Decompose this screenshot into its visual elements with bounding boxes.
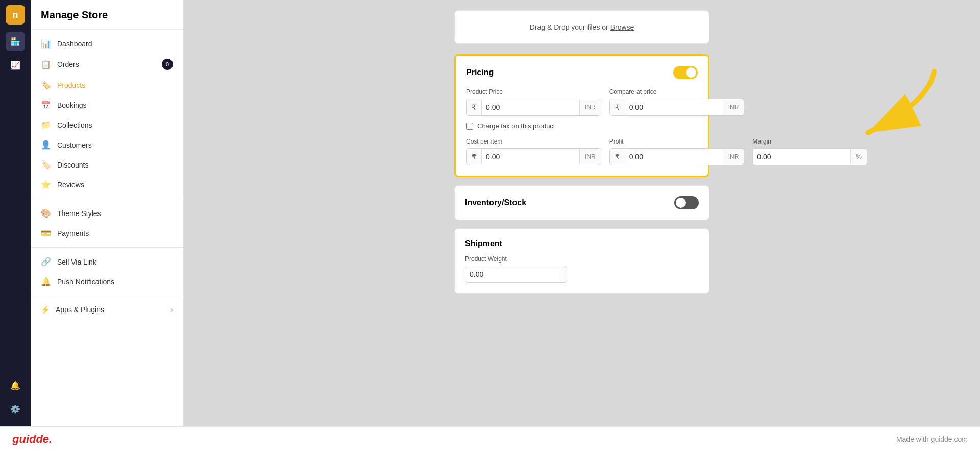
margin-field: Margin % xyxy=(752,138,867,165)
sidebar-item-label: Sell Via Link xyxy=(57,258,96,266)
tax-label: Charge tax on this product xyxy=(477,122,555,130)
icon-bar: n 🏪 📈 🔔 ⚙️ xyxy=(0,0,31,426)
sidebar-divider xyxy=(31,199,183,199)
shipment-header: Shipment xyxy=(465,239,699,248)
sidebar-item-apps[interactable]: ⚡ Apps & Plugins › xyxy=(31,300,183,319)
sidebar-item-payments[interactable]: 💳 Payments xyxy=(31,223,183,243)
sidebar-item-discounts[interactable]: 🏷️ Discounts xyxy=(31,155,183,175)
cost-row: Cost per item ₹ INR Profit ₹ INR xyxy=(466,138,698,165)
profit-input-wrapper: ₹ INR xyxy=(609,148,745,165)
inventory-card: Inventory/Stock xyxy=(454,185,709,220)
profit-input[interactable] xyxy=(625,149,723,165)
drag-drop-text: Drag & Drop your files or xyxy=(530,23,608,31)
main-content: Drag & Drop your files or Browse Pricing… xyxy=(184,0,980,426)
sidebar-item-dashboard[interactable]: 📊 Dashboard xyxy=(31,34,183,54)
cost-per-item-input-wrapper: ₹ INR xyxy=(466,148,601,165)
collections-icon: 📁 xyxy=(41,120,51,130)
cost-prefix: ₹ xyxy=(467,149,482,165)
gear-icon[interactable]: ⚙️ xyxy=(6,399,25,418)
margin-input-wrapper: % xyxy=(752,148,867,165)
compare-price-label: Compare-at price xyxy=(609,88,745,96)
pricing-title: Pricing xyxy=(466,68,494,77)
inventory-toggle[interactable] xyxy=(674,196,699,209)
sidebar-item-label: Theme Styles xyxy=(57,209,101,218)
tax-checkbox[interactable] xyxy=(466,123,473,130)
sidebar-divider-3 xyxy=(31,296,183,296)
weight-label: Product Weight xyxy=(465,255,699,263)
pricing-header: Pricing xyxy=(466,66,698,79)
sidebar-item-orders[interactable]: 📋 Orders 0 xyxy=(31,54,183,75)
shipment-card: Shipment Product Weight KG xyxy=(454,228,709,294)
footer-logo: guidde. xyxy=(12,433,52,446)
price-row-main: Product Price ₹ INR Compare-at price ₹ I… xyxy=(466,88,698,116)
sidebar-item-customers[interactable]: 👤 Customers xyxy=(31,135,183,155)
apps-icon: ⚡ xyxy=(41,305,50,314)
weight-suffix: KG xyxy=(563,267,567,282)
sidebar-item-push-notifications[interactable]: 🔔 Push Notifications xyxy=(31,272,183,292)
discounts-icon: 🏷️ xyxy=(41,160,51,170)
notification-icon: 🔔 xyxy=(41,277,51,287)
sidebar-item-label: Bookings xyxy=(57,101,87,109)
sidebar-item-label: Push Notifications xyxy=(57,278,114,286)
compare-price-suffix: INR xyxy=(723,100,744,115)
chevron-right-icon: › xyxy=(170,305,173,314)
sidebar-item-label: Reviews xyxy=(57,181,84,189)
sidebar-divider-2 xyxy=(31,247,183,248)
sidebar-item-label: Payments xyxy=(57,229,89,238)
app-logo[interactable]: n xyxy=(6,5,25,25)
sidebar-item-sell-via-link[interactable]: 🔗 Sell Via Link xyxy=(31,252,183,272)
compare-price-field: Compare-at price ₹ INR xyxy=(609,88,745,116)
pricing-card: Pricing Product Price ₹ INR Compare-at p… xyxy=(454,54,709,177)
icon-bar-chart[interactable]: 📈 xyxy=(6,55,25,75)
bell-icon[interactable]: 🔔 xyxy=(6,375,25,395)
sidebar-item-collections[interactable]: 📁 Collections xyxy=(31,115,183,135)
cost-suffix: INR xyxy=(579,149,601,164)
product-price-suffix: INR xyxy=(579,100,601,115)
drag-drop-area: Drag & Drop your files or Browse xyxy=(454,10,709,44)
cost-per-item-input[interactable] xyxy=(482,149,579,165)
sidebar-item-theme-styles[interactable]: 🎨 Theme Styles xyxy=(31,203,183,223)
products-icon: 🏷️ xyxy=(41,80,51,90)
sidebar-item-label: Orders xyxy=(57,60,79,68)
product-price-input[interactable] xyxy=(482,99,579,115)
customers-icon: 👤 xyxy=(41,140,51,150)
shipment-title: Shipment xyxy=(465,239,502,248)
weight-input-wrapper: KG xyxy=(465,266,567,283)
sidebar-item-label: Collections xyxy=(57,121,92,129)
sidebar-item-label: Products xyxy=(57,81,85,89)
footer: guidde. Made with guidde.com xyxy=(0,426,980,451)
dashboard-icon: 📊 xyxy=(41,39,51,49)
footer-tagline: Made with guidde.com xyxy=(896,435,968,443)
sidebar-nav: 📊 Dashboard 📋 Orders 0 🏷️ Products 📅 Boo… xyxy=(31,30,183,426)
sidebar-item-products[interactable]: 🏷️ Products xyxy=(31,75,183,95)
margin-label: Margin xyxy=(752,138,867,145)
profit-field: Profit ₹ INR xyxy=(609,138,745,165)
sidebar-item-bookings[interactable]: 📅 Bookings xyxy=(31,95,183,115)
orders-icon: 📋 xyxy=(41,60,51,69)
bookings-icon: 📅 xyxy=(41,100,51,110)
apps-label: Apps & Plugins xyxy=(56,305,104,314)
weight-input[interactable] xyxy=(465,266,563,282)
sidebar-item-label: Customers xyxy=(57,141,92,149)
sidebar-item-reviews[interactable]: ⭐ Reviews xyxy=(31,175,183,195)
icon-bar-store[interactable]: 🏪 xyxy=(6,32,25,51)
theme-icon: 🎨 xyxy=(41,208,51,218)
cost-per-item-label: Cost per item xyxy=(466,138,601,145)
tax-row: Charge tax on this product xyxy=(466,122,698,130)
margin-suffix: % xyxy=(850,149,867,164)
margin-input[interactable] xyxy=(753,149,850,165)
product-price-label: Product Price xyxy=(466,88,601,96)
orders-badge: 0 xyxy=(162,59,173,70)
sidebar-title: Manage Store xyxy=(31,0,183,30)
sidebar: Manage Store 📊 Dashboard 📋 Orders 0 🏷️ P… xyxy=(31,0,184,426)
compare-price-input[interactable] xyxy=(625,99,723,115)
profit-prefix: ₹ xyxy=(610,149,625,165)
profit-label: Profit xyxy=(609,138,745,145)
cost-per-item-field: Cost per item ₹ INR xyxy=(466,138,601,165)
product-price-prefix: ₹ xyxy=(467,99,482,115)
pricing-toggle[interactable] xyxy=(673,66,698,79)
inventory-title: Inventory/Stock xyxy=(465,198,526,207)
browse-link[interactable]: Browse xyxy=(610,23,634,31)
profit-suffix: INR xyxy=(723,149,744,164)
sidebar-item-label: Dashboard xyxy=(57,40,92,48)
